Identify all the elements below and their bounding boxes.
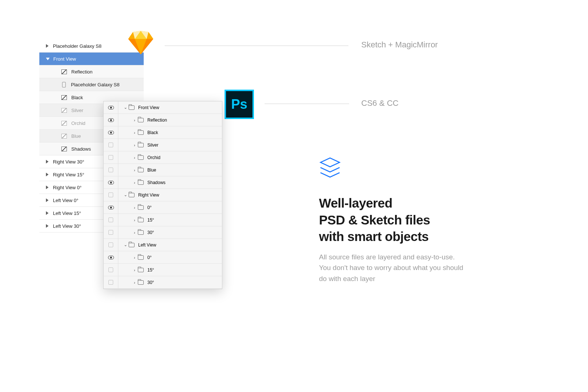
photoshop-app-icon: Ps — [225, 90, 254, 119]
chevron-down-icon[interactable]: ⌄ — [122, 193, 129, 197]
layer-label: 0° — [147, 205, 151, 210]
layer-label: Left View 15° — [53, 211, 81, 216]
disclosure-triangle-icon[interactable] — [46, 224, 49, 228]
chevron-right-icon[interactable]: › — [131, 168, 138, 172]
visibility-eye-icon[interactable] — [108, 131, 114, 134]
layer-row[interactable]: ›30° — [104, 226, 222, 239]
folder-icon — [138, 230, 144, 235]
chevron-right-icon[interactable]: › — [131, 280, 138, 285]
chevron-right-icon[interactable]: › — [131, 205, 138, 210]
chevron-right-icon[interactable]: › — [131, 130, 138, 135]
photoshop-caption: CS6 & CC — [361, 98, 398, 108]
layer-row[interactable]: ›Black — [104, 126, 222, 139]
layer-label: Black — [71, 95, 83, 100]
folder-icon — [138, 268, 144, 272]
chevron-right-icon[interactable]: › — [131, 118, 138, 122]
disclosure-triangle-icon[interactable] — [46, 198, 49, 202]
layer-row[interactable]: ›15° — [104, 214, 222, 226]
visibility-checkbox[interactable] — [108, 267, 113, 272]
layer-row[interactable]: ›15° — [104, 264, 222, 276]
layers-stack-icon — [319, 157, 341, 179]
visibility-eye-icon[interactable] — [108, 206, 114, 209]
svg-marker-9 — [320, 158, 340, 167]
layer-row[interactable]: Placeholder Galaxy S8 — [39, 78, 144, 91]
body-text: All source files are layered and easy-to… — [319, 252, 466, 284]
sketch-caption: Sketch + MagicMirror — [361, 40, 438, 50]
layer-label: Orchid — [147, 155, 160, 160]
layer-label: Reflection — [71, 69, 93, 75]
visibility-eye-icon[interactable] — [108, 106, 114, 109]
visibility-checkbox[interactable] — [108, 230, 113, 235]
layer-row[interactable]: ›0° — [104, 201, 222, 214]
chevron-right-icon[interactable]: › — [131, 255, 138, 260]
layer-row[interactable]: ›Orchid — [104, 151, 222, 164]
chevron-right-icon[interactable]: › — [131, 230, 138, 235]
visibility-checkbox[interactable] — [108, 217, 113, 222]
visibility-checkbox[interactable] — [108, 193, 113, 197]
layer-row[interactable]: ›Silver — [104, 139, 222, 151]
chevron-right-icon[interactable]: › — [131, 180, 138, 185]
folder-icon — [138, 255, 144, 260]
disclosure-triangle-icon[interactable] — [46, 160, 49, 163]
disclosure-triangle-icon[interactable] — [46, 173, 49, 176]
image-layer-icon — [61, 95, 67, 100]
layer-label: Placeholder Galaxy S8 — [71, 82, 119, 87]
chevron-down-icon[interactable]: ⌄ — [122, 242, 129, 247]
visibility-checkbox[interactable] — [108, 168, 113, 172]
layer-label: Right View 0° — [53, 185, 82, 190]
folder-icon — [129, 105, 135, 110]
layer-row[interactable]: ›30° — [104, 276, 222, 289]
layer-label: Silver — [71, 108, 83, 113]
disclosure-triangle-open-icon[interactable] — [46, 58, 50, 60]
layer-row[interactable]: ›0° — [104, 251, 222, 264]
layer-row[interactable]: ⌄Right View — [104, 189, 222, 201]
chevron-right-icon[interactable]: › — [131, 218, 138, 222]
separator-line — [165, 46, 348, 46]
visibility-checkbox[interactable] — [108, 155, 113, 160]
chevron-right-icon[interactable]: › — [131, 268, 138, 272]
visibility-eye-icon[interactable] — [108, 118, 114, 122]
layer-row[interactable]: ⌄Front View — [104, 101, 222, 114]
visibility-checkbox[interactable] — [108, 143, 113, 147]
layer-row[interactable]: Reflection — [39, 65, 144, 78]
layer-row[interactable]: ⌄Left View — [104, 239, 222, 251]
folder-icon — [138, 205, 144, 210]
headline: Well-layered PSD & Sketch files with sma… — [319, 195, 430, 245]
disclosure-triangle-icon[interactable] — [46, 211, 49, 215]
layer-label: Black — [147, 130, 158, 135]
folder-icon — [138, 118, 144, 122]
folder-icon — [138, 168, 144, 172]
layer-label: Silver — [147, 143, 158, 148]
layer-label: Right View 15° — [53, 172, 84, 177]
visibility-checkbox[interactable] — [108, 242, 113, 247]
chevron-right-icon[interactable]: › — [131, 155, 138, 160]
folder-icon — [138, 143, 144, 147]
headline-line: Well-layered — [319, 196, 392, 210]
disclosure-triangle-icon[interactable] — [46, 186, 49, 189]
layer-row[interactable]: ›Shadows — [104, 176, 222, 189]
disclosure-triangle-icon[interactable] — [46, 44, 49, 48]
image-layer-icon — [61, 121, 67, 126]
visibility-eye-icon[interactable] — [108, 181, 114, 184]
layer-label: Left View 30° — [53, 223, 81, 229]
folder-icon — [138, 218, 144, 222]
folder-icon — [138, 130, 144, 135]
image-layer-icon — [61, 134, 67, 139]
sketch-app-icon — [128, 31, 154, 55]
separator-line — [265, 104, 349, 104]
layer-label: Front View — [53, 56, 76, 62]
image-layer-icon — [61, 147, 67, 151]
layer-row[interactable]: ›Reflection — [104, 114, 222, 126]
layer-label: Orchid — [71, 121, 85, 126]
layer-label: 15° — [147, 217, 154, 223]
chevron-right-icon[interactable]: › — [131, 143, 138, 147]
placeholder-layer-icon — [62, 82, 66, 87]
visibility-eye-icon[interactable] — [108, 256, 114, 259]
layer-row[interactable]: ›Blue — [104, 164, 222, 176]
headline-line: with smart objects — [319, 229, 429, 244]
layer-label: 30° — [147, 230, 154, 235]
chevron-down-icon[interactable]: ⌄ — [122, 105, 129, 110]
visibility-checkbox[interactable] — [108, 280, 113, 285]
layer-label: 15° — [147, 267, 154, 273]
photoshop-layers-panel: ⌄Front View ›Reflection ›Black ›Silver ›… — [103, 101, 222, 289]
